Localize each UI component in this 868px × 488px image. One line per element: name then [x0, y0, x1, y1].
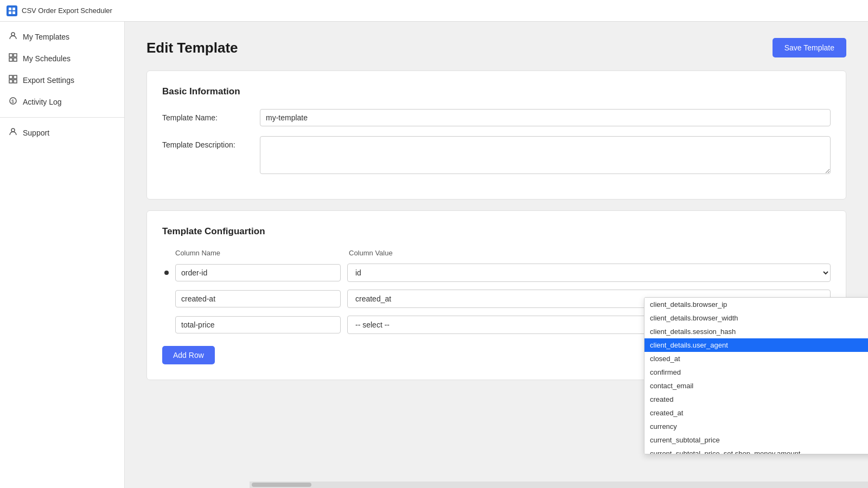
dropdown-item-0[interactable]: client_details.browser_ip: [644, 298, 868, 311]
person-icon: [9, 31, 17, 42]
sidebar: My Templates My Schedules: [0, 22, 125, 488]
col-name-input-3[interactable]: [175, 316, 341, 333]
sidebar-item-my-schedules[interactable]: My Schedules: [0, 48, 124, 69]
svg-rect-9: [9, 75, 12, 79]
page-title: Edit Template: [146, 40, 238, 56]
sidebar-item-my-templates[interactable]: My Templates: [0, 26, 124, 48]
svg-point-4: [11, 33, 15, 36]
template-config-title: Template Configuartion: [162, 226, 831, 237]
sidebar-label-my-schedules: My Schedules: [23, 54, 71, 63]
sidebar-item-activity-log[interactable]: $ Activity Log: [0, 91, 124, 113]
col-header-value: Column Value: [349, 249, 831, 257]
svg-rect-3: [12, 11, 15, 14]
sidebar-item-export-settings[interactable]: Export Settings: [0, 69, 124, 91]
person-icon-support: [9, 127, 17, 138]
template-name-input[interactable]: [260, 109, 831, 126]
svg-rect-0: [9, 8, 11, 10]
svg-rect-10: [14, 75, 17, 79]
template-name-label: Template Name:: [162, 109, 249, 122]
svg-rect-12: [14, 80, 17, 83]
col-header-name: Column Name: [175, 249, 349, 257]
svg-rect-1: [12, 8, 15, 10]
sidebar-label-export-settings: Export Settings: [23, 76, 74, 85]
dropdown-item-7[interactable]: created: [644, 393, 868, 406]
config-headers: Column Name Column Value: [162, 249, 831, 257]
dropdown-item-6[interactable]: contact_email: [644, 379, 868, 393]
main-content: Edit Template Save Template Basic Inform…: [125, 22, 868, 488]
template-desc-input[interactable]: [260, 136, 831, 174]
svg-rect-8: [14, 58, 17, 61]
dropdown-overlay[interactable]: client_details.browser_ip client_details…: [644, 297, 868, 454]
basic-info-title: Basic Information: [162, 86, 831, 97]
dropdown-item-10[interactable]: current_subtotal_price: [644, 433, 868, 447]
svg-rect-6: [14, 54, 17, 57]
sidebar-item-support[interactable]: Support: [0, 122, 124, 144]
sidebar-divider: [0, 117, 124, 118]
page-header: Edit Template Save Template: [146, 38, 846, 57]
dropdown-item-3[interactable]: client_details.user_agent: [644, 338, 868, 352]
add-row-button[interactable]: Add Row: [162, 346, 215, 364]
dropdown-item-2[interactable]: client_details.session_hash: [644, 325, 868, 338]
svg-rect-11: [9, 80, 12, 83]
config-row-1: id created_at currency: [162, 264, 831, 282]
app-title: CSV Order Export Scheduler: [22, 7, 112, 15]
dropdown-item-5[interactable]: confirmed: [644, 365, 868, 379]
svg-rect-5: [9, 54, 12, 57]
svg-point-15: [11, 129, 15, 132]
col-name-input-1[interactable]: [175, 264, 341, 281]
save-template-button[interactable]: Save Template: [773, 38, 846, 57]
svg-rect-2: [9, 11, 11, 14]
app-icon: [7, 5, 17, 16]
template-name-row: Template Name:: [162, 109, 831, 126]
dropdown-item-9[interactable]: currency: [644, 420, 868, 433]
dropdown-item-11[interactable]: current_subtotal_price_set.shop_money.am…: [644, 447, 868, 454]
dollar-icon: $: [9, 97, 17, 107]
sidebar-label-my-templates: My Templates: [23, 33, 69, 41]
grid-icon-schedules: [9, 53, 17, 64]
template-desc-row: Template Description:: [162, 136, 831, 174]
sidebar-label-support: Support: [23, 129, 49, 137]
basic-info-card: Basic Information Template Name: Templat…: [146, 70, 846, 200]
col-name-input-2[interactable]: [175, 290, 341, 307]
grid-icon-export: [9, 75, 17, 86]
horizontal-scrollbar[interactable]: [250, 481, 868, 488]
top-bar: CSV Order Export Scheduler: [0, 0, 868, 22]
dropdown-item-1[interactable]: client_details.browser_width: [644, 311, 868, 325]
dropdown-item-4[interactable]: closed_at: [644, 352, 868, 365]
sidebar-label-activity-log: Activity Log: [23, 98, 62, 106]
template-desc-label: Template Description:: [162, 136, 249, 149]
dropdown-item-8[interactable]: created_at: [644, 406, 868, 420]
bullet-1: [164, 271, 169, 275]
scrollbar-thumb: [252, 483, 311, 487]
svg-rect-7: [9, 58, 12, 61]
svg-text:$: $: [11, 99, 14, 104]
col-value-select-1[interactable]: id created_at currency: [347, 264, 831, 282]
